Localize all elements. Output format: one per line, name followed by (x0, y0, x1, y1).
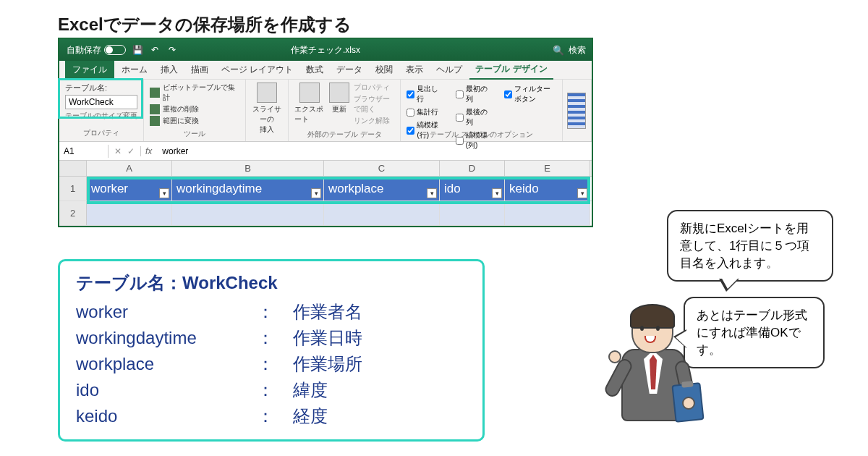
slicer-icon (257, 83, 277, 103)
group-label-opts: テーブル スタイルのオプション (401, 130, 562, 140)
pivot-icon (150, 88, 160, 98)
menu-draw[interactable]: 描画 (185, 61, 214, 79)
col-header-E[interactable]: E (505, 161, 590, 176)
menu-help[interactable]: ヘルプ (430, 61, 468, 79)
chk-first[interactable]: 最初の列 (456, 84, 490, 104)
ribbon-slicer: スライサーの 挿入 (246, 80, 289, 141)
menu-formulas[interactable]: 数式 (300, 61, 329, 79)
ext-browser[interactable]: ブラウザーで開く (354, 94, 394, 114)
page-title: Excelでデータの保存場所を作成する (58, 13, 352, 36)
character-illustration (604, 304, 705, 442)
ribbon-external: エクスポート 更新 プロパティ ブラウザーで開く リンク解除 外部のテーブル デ… (289, 80, 401, 141)
select-all[interactable] (59, 161, 87, 176)
menu-pagelayout[interactable]: ページ レイアウト (216, 61, 299, 79)
refresh-icon (329, 83, 349, 103)
fb-cancel-icon[interactable]: ✕ (114, 146, 122, 156)
autosave-label: 自動保存 (67, 44, 101, 56)
filename: 作業チェック.xlsx (291, 44, 360, 56)
save-icon[interactable]: 💾 (132, 44, 143, 56)
filter-icon[interactable]: ▾ (427, 188, 437, 198)
ribbon-styles[interactable] (563, 80, 592, 141)
chk-filter[interactable]: フィルター ボタン (504, 84, 556, 104)
legend-row: worker：作業者名 (76, 299, 467, 325)
filter-icon[interactable]: ▾ (577, 188, 587, 198)
grid: A B C D E 1 worker▾ workingdaytime▾ work… (59, 161, 592, 226)
fx-icon[interactable]: fx (141, 146, 156, 156)
legend-row: workplace：作業場所 (76, 351, 467, 377)
table-name-label: テーブル名: (65, 83, 137, 93)
col-header-C[interactable]: C (324, 161, 440, 176)
group-label-props: プロパティ (65, 128, 137, 138)
chk-total[interactable]: 集計行 (407, 107, 441, 117)
formula-bar: A1 ✕✓ fx worker (59, 142, 592, 161)
col-header-A[interactable]: A (87, 161, 172, 176)
name-box[interactable]: A1 (59, 145, 109, 158)
cell-D1[interactable]: ido▾ (440, 177, 505, 200)
redo-icon[interactable]: ↷ (166, 44, 178, 56)
ext-unlink[interactable]: リンク解除 (354, 116, 394, 126)
row-header-1[interactable]: 1 (59, 177, 87, 200)
titlebar: 自動保存 💾 ↶ ↷ 作業チェック.xlsx 🔍 検索 (59, 39, 592, 61)
fb-confirm-icon[interactable]: ✓ (127, 146, 135, 156)
menu-home[interactable]: ホーム (116, 61, 153, 79)
autosave-toggle[interactable]: 自動保存 (67, 44, 126, 56)
dedup-button[interactable]: 重複の削除 (150, 104, 239, 114)
col-header-D[interactable]: D (440, 161, 505, 176)
menu-view[interactable]: 表示 (400, 61, 429, 79)
range-button[interactable]: 範囲に変換 (150, 116, 239, 126)
cell-E1[interactable]: keido▾ (505, 177, 590, 200)
table-resize-button[interactable]: テーブルのサイズ変更 (65, 111, 137, 121)
cell-A2[interactable] (87, 201, 172, 225)
dedup-icon (150, 104, 160, 114)
menubar: ファイル ホーム 挿入 描画 ページ レイアウト 数式 データ 校閲 表示 ヘル… (59, 61, 592, 80)
range-icon (150, 116, 160, 126)
ribbon: テーブル名: テーブルのサイズ変更 プロパティ ピボットテーブルで集計 重複の削… (59, 80, 592, 142)
row-header-2[interactable]: 2 (59, 201, 87, 225)
filter-icon[interactable]: ▾ (159, 188, 169, 198)
slicer-button[interactable]: スライサーの 挿入 (252, 83, 282, 135)
excel-window: 自動保存 💾 ↶ ↷ 作業チェック.xlsx 🔍 検索 ファイル ホーム 挿入 … (58, 38, 593, 227)
col-header-B[interactable]: B (172, 161, 324, 176)
menu-tabledesign[interactable]: テーブル デザイン (469, 60, 553, 80)
speech-bubble-1: 新規にExcelシートを用意して、1行目に５つ項目名を入れます。 (667, 210, 833, 282)
menu-review[interactable]: 校閲 (370, 61, 399, 79)
cell-E2[interactable] (505, 201, 590, 225)
search-icon: 🔍 (553, 45, 564, 56)
ribbon-properties: テーブル名: テーブルのサイズ変更 プロパティ (59, 80, 144, 141)
cell-C1[interactable]: workplace▾ (324, 177, 440, 200)
menu-data[interactable]: データ (331, 61, 368, 79)
search-label: 検索 (569, 44, 586, 56)
legend-box: テーブル名：WorkCheck worker：作業者名workingdaytim… (58, 259, 485, 442)
legend-row: workingdaytime：作業日時 (76, 325, 467, 351)
ext-prop[interactable]: プロパティ (354, 83, 394, 93)
menu-insert[interactable]: 挿入 (155, 61, 184, 79)
cell-B2[interactable] (172, 201, 324, 225)
legend-row: ido：緯度 (76, 377, 467, 403)
undo-icon[interactable]: ↶ (149, 44, 161, 56)
group-label-tools: ツール (150, 129, 239, 139)
legend-row: keido：経度 (76, 403, 467, 429)
table-style-icon (567, 93, 586, 129)
pivot-button[interactable]: ピボットテーブルで集計 (150, 83, 239, 103)
export-icon (299, 83, 320, 103)
cell-B1[interactable]: workingdaytime▾ (172, 177, 324, 200)
legend-title: テーブル名：WorkCheck (76, 271, 467, 295)
group-label-ext: 外部のテーブル データ (289, 130, 401, 140)
menu-file[interactable]: ファイル (65, 61, 114, 79)
table-name-input[interactable] (65, 95, 137, 109)
ribbon-options: 見出し行 集計行 縞模様 (行) 最初の列 最後の列 縞模様 (列) フィルター… (401, 80, 563, 141)
filter-icon[interactable]: ▾ (311, 188, 321, 198)
chk-last[interactable]: 最後の列 (456, 107, 490, 127)
search-box[interactable]: 🔍 検索 (553, 44, 586, 56)
chk-header[interactable]: 見出し行 (407, 84, 441, 104)
cell-C2[interactable] (324, 201, 440, 225)
cell-A1[interactable]: worker▾ (87, 177, 172, 200)
cell-D2[interactable] (440, 201, 505, 225)
formula-value[interactable]: worker (156, 145, 194, 158)
filter-icon[interactable]: ▾ (492, 188, 502, 198)
ribbon-tools: ピボットテーブルで集計 重複の削除 範囲に変換 ツール (144, 80, 246, 141)
